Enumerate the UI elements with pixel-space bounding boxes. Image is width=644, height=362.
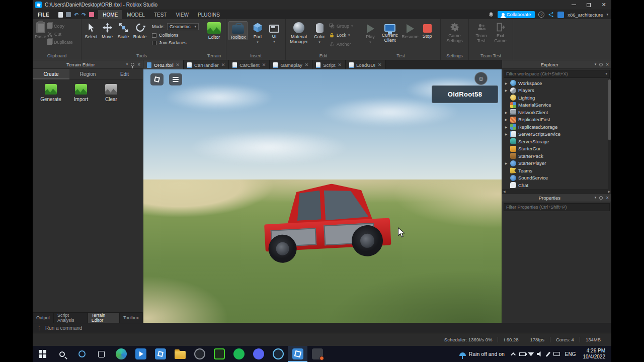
duplicate-button[interactable]: Duplicate xyxy=(47,39,73,45)
title-bar[interactable]: C:\Users\Daniel\Desktop\ORB.rbxl - Roblo… xyxy=(33,0,611,10)
panel-close-icon[interactable]: × xyxy=(606,62,609,67)
doc-tab-carhandler[interactable]: CarHandler✕ xyxy=(184,60,229,69)
game-settings-button[interactable]: Game Settings xyxy=(445,21,465,43)
explorer-item-starterpack[interactable]: StarterPack xyxy=(502,152,611,160)
doc-tab-gameplay[interactable]: Gameplay✕ xyxy=(270,60,312,69)
panel-chevron-icon[interactable]: ▾ xyxy=(595,62,597,66)
doc-tab-carclient[interactable]: CarClient✕ xyxy=(229,60,270,69)
select-tool-button[interactable]: Select xyxy=(84,21,99,39)
car-model[interactable] xyxy=(262,181,392,264)
tab-toolbox[interactable]: Toolbox xyxy=(120,313,143,323)
explorer-item-chat[interactable]: Chat xyxy=(502,182,611,189)
properties-panel-header[interactable]: Properties ▾ × xyxy=(502,194,611,202)
ui-caret-icon[interactable]: ▾ xyxy=(273,40,275,44)
tab-output[interactable]: Output xyxy=(33,313,54,323)
scroll-left-icon[interactable]: ◀ xyxy=(503,190,506,193)
undo-icon[interactable]: ↶ xyxy=(74,12,78,18)
collaborate-button[interactable]: Collaborate xyxy=(498,11,535,18)
color-caret-icon[interactable]: ▾ xyxy=(318,40,320,44)
emotes-button[interactable]: ☺ xyxy=(474,72,488,85)
pen-settings[interactable] xyxy=(544,346,552,362)
tab-model[interactable]: MODEL xyxy=(122,10,149,19)
expand-arrow-icon[interactable]: ▶ xyxy=(504,111,508,114)
notifications-bell-icon[interactable] xyxy=(488,12,494,18)
panel-close-icon[interactable]: × xyxy=(606,195,609,201)
paste-button[interactable]: Paste xyxy=(35,21,46,39)
scale-tool-button[interactable]: Scale xyxy=(116,21,131,39)
tab-view[interactable]: VIEW xyxy=(171,10,193,19)
touch-keyboard-button[interactable] xyxy=(552,346,561,362)
import-button[interactable]: Import xyxy=(68,84,94,102)
terrain-tab-region[interactable]: Region xyxy=(69,69,106,79)
terrain-editor-panel-header[interactable]: Terrain Editor ▾ × xyxy=(33,60,143,69)
account-name[interactable]: x86_architecture xyxy=(568,12,603,18)
copy-button[interactable]: Copy xyxy=(47,23,73,29)
roblox-player-button[interactable] xyxy=(150,346,170,362)
minimize-button[interactable] xyxy=(566,0,581,10)
panel-chevron-icon[interactable]: ▾ xyxy=(595,196,597,200)
start-button[interactable] xyxy=(33,346,52,362)
explorer-panel-header[interactable]: Explorer ▾ × xyxy=(502,60,611,69)
account-avatar[interactable] xyxy=(557,12,564,18)
new-file-icon[interactable] xyxy=(58,12,63,18)
redo-icon[interactable]: ↷ xyxy=(82,12,86,18)
lock-button[interactable]: Lock▾ xyxy=(329,32,353,38)
razer-app-button[interactable] xyxy=(209,346,229,362)
explorer-item-teams[interactable]: Teams xyxy=(502,167,611,174)
spotify-button[interactable] xyxy=(229,346,249,362)
team-test-button[interactable]: Team Test xyxy=(473,21,490,43)
doc-tab-loadgui[interactable]: LoadGUI✕ xyxy=(346,60,386,69)
tab-script-analysis[interactable]: Script Analysis xyxy=(54,313,88,323)
close-tab-icon[interactable]: ✕ xyxy=(176,62,180,67)
file-explorer-button[interactable] xyxy=(170,346,190,362)
cut-button[interactable]: Cut xyxy=(47,31,73,37)
battery-indicator[interactable] xyxy=(518,346,527,362)
generate-button[interactable]: Generate xyxy=(38,84,64,102)
clear-button[interactable]: Clear xyxy=(98,84,124,102)
explorer-filter-input[interactable]: Filter workspace (Ctrl+Shift+X) ▾ xyxy=(504,70,610,78)
panel-pin-icon[interactable] xyxy=(599,196,603,200)
terrain-tab-edit[interactable]: Edit xyxy=(106,69,143,79)
close-tab-icon[interactable]: ✕ xyxy=(305,62,309,67)
network-indicator[interactable] xyxy=(527,346,535,362)
panel-close-icon[interactable]: × xyxy=(137,62,140,67)
terrain-tab-create[interactable]: Create xyxy=(33,69,69,79)
filter-caret-icon[interactable]: ▾ xyxy=(605,72,607,76)
group-button[interactable]: Group▾ xyxy=(329,23,353,29)
explorer-horizontal-scrollbar[interactable]: ◀▶ xyxy=(502,189,611,193)
task-view-button[interactable] xyxy=(92,346,111,362)
resume-button[interactable]: Resume xyxy=(403,21,418,39)
explorer-item-startergui[interactable]: StarterGui xyxy=(502,145,611,153)
doc-tab-script[interactable]: Script✕ xyxy=(312,60,346,69)
weather-widget[interactable]: Rain off and on xyxy=(454,346,510,362)
explorer-item-soundservice[interactable]: SoundService xyxy=(502,174,611,182)
exit-game-button[interactable]: Exit Game xyxy=(493,21,509,43)
save-icon[interactable] xyxy=(66,12,71,17)
explorer-item-networkclient[interactable]: ▶NetworkClient xyxy=(502,109,611,116)
tab-test[interactable]: TEST xyxy=(149,10,172,19)
maximize-button[interactable] xyxy=(581,0,596,10)
scrollbar-thumb[interactable] xyxy=(608,79,611,140)
viewport-3d[interactable]: ☺ OldRoot58 xyxy=(143,69,502,323)
viewport-roblox-menu-button[interactable] xyxy=(150,73,164,85)
expand-arrow-icon[interactable]: ▶ xyxy=(504,118,508,121)
help-button[interactable]: ? xyxy=(538,12,544,18)
close-tab-icon[interactable]: ✕ xyxy=(221,62,225,67)
close-tab-icon[interactable]: ✕ xyxy=(378,62,382,67)
play-button[interactable]: Play ▾ xyxy=(363,21,377,44)
collisions-checkbox[interactable] xyxy=(152,33,156,38)
expand-arrow-icon[interactable]: ▶ xyxy=(504,125,508,129)
file-menu[interactable]: FILE xyxy=(33,10,54,19)
explorer-vertical-scrollbar[interactable] xyxy=(608,78,611,189)
discord-button[interactable] xyxy=(249,346,268,362)
explorer-item-replicatedfirst[interactable]: ▶ReplicatedFirst xyxy=(502,116,611,124)
cortana-button[interactable] xyxy=(72,346,92,362)
clock[interactable]: 4:26 PM 10/4/2022 xyxy=(580,348,612,360)
join-surfaces-checkbox[interactable] xyxy=(152,41,156,45)
expand-arrow-icon[interactable]: ▶ xyxy=(504,81,508,85)
obs-app-button[interactable] xyxy=(190,346,209,362)
stop-button[interactable]: Stop xyxy=(421,21,434,39)
explorer-item-materialservice[interactable]: MaterialService xyxy=(502,102,611,109)
toolbox-button[interactable]: Toolbox xyxy=(228,21,248,40)
current-client-button[interactable]: Current: Client xyxy=(380,21,399,43)
